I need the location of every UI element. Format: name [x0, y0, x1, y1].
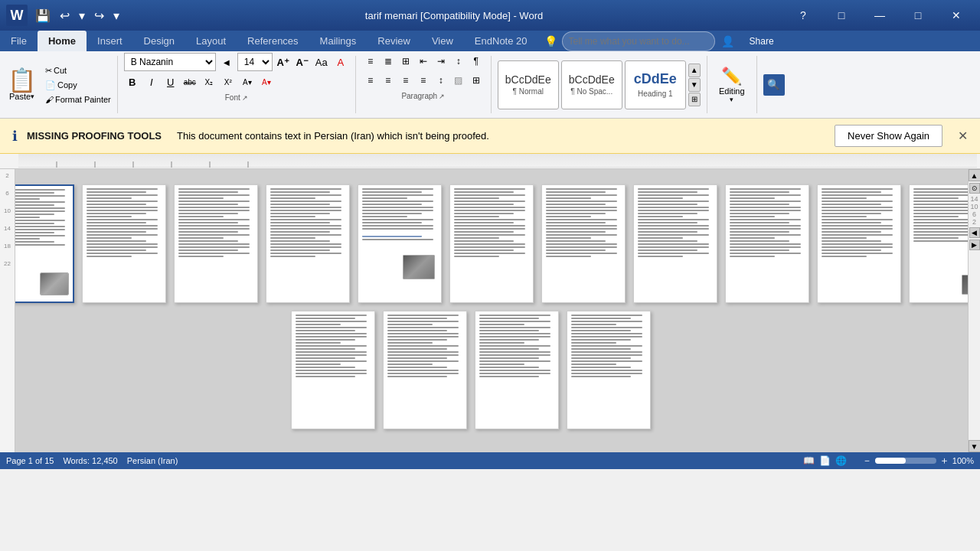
help-button[interactable]: ? [786, 4, 821, 27]
ruler-mark-22: 22 [4, 260, 11, 267]
read-view-button[interactable]: 📖 [803, 455, 815, 466]
undo-button[interactable]: ↩ [57, 7, 73, 24]
underline-button[interactable]: U [162, 73, 179, 90]
search-button[interactable]: 🔍 [763, 74, 785, 96]
style-heading1[interactable]: cDdEe Heading 1 [625, 60, 686, 109]
clear-format-btn[interactable]: A [332, 54, 349, 70]
font-group-expand[interactable]: ↗ [242, 94, 248, 102]
styles-scroll-up[interactable]: ▲ [688, 64, 701, 77]
paragraph-group-expand[interactable]: ↗ [439, 93, 445, 100]
cut-button[interactable]: ✂ Cut [42, 64, 114, 77]
web-view-button[interactable]: 🌐 [835, 455, 847, 466]
scroll-up-button[interactable]: ▲ [969, 169, 981, 181]
ribbon-display-button[interactable]: □ [824, 4, 859, 27]
decrease-indent-button[interactable]: ⇤ [415, 53, 432, 70]
ruler-mark-14: 14 [4, 225, 11, 232]
page-thumb-9[interactable] [725, 184, 809, 303]
justify-button[interactable]: ≡ [415, 72, 432, 89]
editing-button[interactable]: ✏️ Editing ▾ [719, 67, 745, 103]
font-family-select[interactable]: B Nazanin [124, 53, 216, 71]
zoom-out-button[interactable]: － [862, 454, 872, 468]
strikethrough-button[interactable]: abc [181, 73, 198, 90]
tab-references[interactable]: References [237, 31, 309, 51]
undo-dropdown[interactable]: ▾ [76, 7, 88, 24]
show-marks-button[interactable]: ¶ [468, 53, 485, 70]
change-case-btn[interactable]: Aa [313, 54, 330, 70]
redo-button[interactable]: ↪ [91, 7, 107, 24]
page-thumb-8[interactable] [633, 184, 717, 303]
sort-button[interactable]: ↕ [450, 53, 467, 70]
page-thumb-1[interactable] [15, 184, 74, 303]
close-button[interactable]: ✕ [939, 4, 974, 27]
tab-layout[interactable]: Layout [185, 31, 237, 51]
font-size-dec-btn[interactable]: A⁻ [294, 54, 311, 70]
style-no-space-label: ¶ No Spac... [570, 87, 612, 96]
style-no-space[interactable]: bCcDdEe ¶ No Spac... [561, 60, 622, 109]
align-center-button[interactable]: ≡ [380, 72, 397, 89]
bullets-button[interactable]: ≡ [362, 53, 379, 70]
multilevel-list-button[interactable]: ⊞ [397, 53, 414, 70]
styles-expand[interactable]: ⊞ [688, 93, 701, 106]
title-bar-title: tarif memari [Compatibility Mode] - Word [122, 10, 786, 21]
bold-button[interactable]: B [124, 73, 141, 90]
styles-scroll-down[interactable]: ▼ [688, 78, 701, 92]
font-color-dropdown[interactable]: A▾ [258, 73, 275, 90]
tab-insert[interactable]: Insert [87, 31, 133, 51]
align-left-button[interactable]: ≡ [362, 72, 379, 89]
tab-mailings[interactable]: Mailings [309, 31, 368, 51]
share-button[interactable]: Share [740, 31, 783, 51]
customize-button[interactable]: ▾ [110, 7, 122, 24]
page-thumb-11[interactable] [909, 184, 968, 303]
format-painter-button[interactable]: 🖌 Format Painter [42, 93, 114, 106]
tell-me-input[interactable] [562, 31, 715, 51]
page-thumb-4[interactable] [266, 184, 350, 303]
print-layout-button[interactable]: 📄 [819, 455, 831, 466]
minimize-button[interactable]: — [862, 4, 897, 27]
zoom-in-button[interactable]: ＋ [939, 454, 949, 468]
zoom-slider[interactable] [875, 458, 936, 464]
prev-page-button[interactable]: ◀ [969, 227, 980, 238]
tab-design[interactable]: Design [133, 31, 185, 51]
italic-button[interactable]: I [143, 73, 160, 90]
font-size-select[interactable]: 14 [237, 53, 273, 71]
subscript-button[interactable]: X₂ [201, 73, 217, 90]
page-thumb-5[interactable] [358, 184, 442, 303]
superscript-button[interactable]: X² [220, 73, 237, 90]
tab-home[interactable]: Home [38, 31, 87, 51]
tab-review[interactable]: Review [367, 31, 421, 51]
style-normal[interactable]: bCcDdEe ¶ Normal [498, 60, 559, 109]
select-browse-object[interactable]: ⊙ [969, 183, 980, 194]
highlight-color-btn[interactable]: A▾ [239, 73, 256, 90]
scroll-down-button[interactable]: ▼ [969, 440, 981, 452]
increase-indent-button[interactable]: ⇥ [433, 53, 449, 70]
borders-button[interactable]: ⊞ [468, 72, 485, 89]
styles-scroll: ▲ ▼ ⊞ [688, 64, 701, 106]
tab-view[interactable]: View [421, 31, 464, 51]
page-thumb-14[interactable] [475, 311, 559, 429]
never-show-again-button[interactable]: Never Show Again [835, 125, 942, 147]
page-thumb-7[interactable] [541, 184, 626, 303]
next-page-button[interactable]: ▶ [969, 240, 980, 250]
save-button[interactable]: 💾 [32, 7, 54, 24]
copy-button[interactable]: 📄 Copy [42, 79, 114, 92]
line-spacing-button[interactable]: ↕ [433, 72, 449, 89]
notification-close-button[interactable]: ✕ [958, 129, 968, 143]
align-right-button[interactable]: ≡ [397, 72, 414, 89]
maximize-button[interactable]: □ [900, 4, 936, 27]
page-thumb-12[interactable] [291, 311, 375, 429]
font-arrow-left[interactable]: ◀ [218, 54, 235, 70]
tab-file[interactable]: File [0, 31, 38, 51]
tab-endnote[interactable]: EndNote 20 [464, 31, 538, 51]
line [15, 229, 65, 230]
shading-button[interactable]: ▨ [450, 72, 467, 89]
page-thumb-3[interactable] [174, 184, 258, 303]
page-thumb-10[interactable] [817, 184, 901, 303]
numbering-button[interactable]: ≣ [380, 53, 397, 70]
page-thumb-13[interactable] [383, 311, 467, 429]
page-thumb-2[interactable] [82, 184, 166, 303]
font-size-inc-btn[interactable]: A⁺ [275, 54, 292, 70]
page-thumb-6[interactable] [449, 184, 534, 303]
page-thumb-15[interactable] [567, 311, 651, 429]
line [15, 189, 65, 191]
paste-button[interactable]: 📋 Paste▾ [3, 53, 41, 116]
